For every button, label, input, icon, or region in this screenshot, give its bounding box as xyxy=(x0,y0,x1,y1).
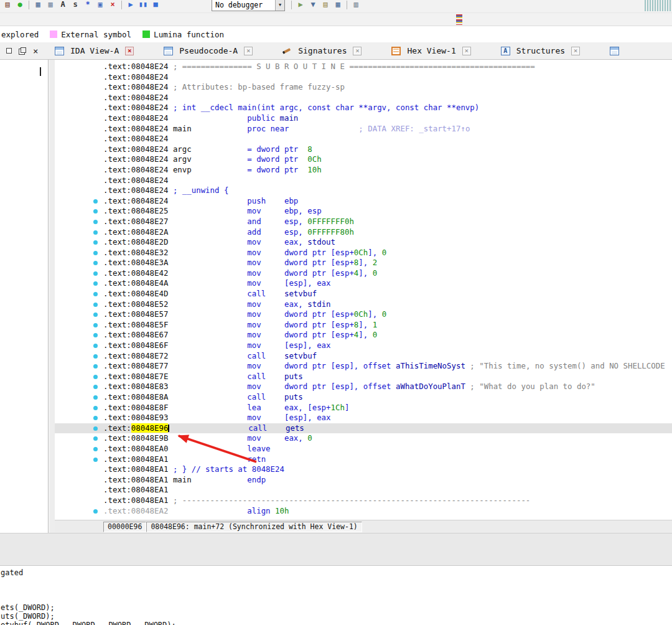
listing-line[interactable]: .text:08048E4A mov [esp], eax xyxy=(55,278,672,289)
listing-line[interactable]: .text:08048E27 and esp, 0FFFFFFF0h xyxy=(55,217,672,227)
restore-panel-icon[interactable] xyxy=(6,48,12,54)
listing-line[interactable]: .text:08048E25 mov ebp, esp xyxy=(55,206,672,217)
diagram-icon[interactable]: ▣ xyxy=(95,0,106,10)
listing-line[interactable]: .text:08048E24 xyxy=(55,93,672,103)
tab-structures[interactable]: AStructures× xyxy=(498,43,582,59)
listing-line[interactable]: .text:08048EA2 align 10h xyxy=(55,506,672,517)
bottom-splitter[interactable] xyxy=(0,533,672,565)
listing-line[interactable]: .text:08048E24 ; =============== S U B R… xyxy=(55,62,672,72)
listing-line[interactable]: .text:08048EA0 leave xyxy=(55,444,672,454)
listing-line[interactable]: .text:08048E2A add esp, 0FFFFFF80h xyxy=(55,227,672,238)
address-dot-icon xyxy=(93,406,98,410)
output-line xyxy=(0,594,672,603)
listing-text: argc xyxy=(173,144,247,154)
chevron-down-icon[interactable]: ▼ xyxy=(275,0,284,11)
listing-line[interactable]: .text:08048E24 ; int __cdecl main(int ar… xyxy=(55,103,672,113)
listing-line[interactable]: .text:08048E77 mov dword ptr [esp], offs… xyxy=(55,361,672,372)
listing-text: mov [esp], eax xyxy=(173,278,331,288)
listing-line[interactable]: .text:08048E24 envp = dword ptr 10h xyxy=(55,165,672,176)
tab-hex-view-1[interactable]: Hex View-1× xyxy=(389,43,473,59)
listing-line[interactable]: .text:08048E24 public main xyxy=(55,113,672,124)
disassembly-view[interactable]: .text:08048E24 ; =============== S U B R… xyxy=(55,60,672,533)
listing-line[interactable]: .text:08048E42 mov dword ptr [esp+4], 0 xyxy=(55,268,672,279)
legend-swatch xyxy=(142,31,150,38)
listing-line[interactable]: .text:08048EA1 retn xyxy=(55,454,672,465)
listing-line[interactable]: .text:08048E8F lea eax, [esp+1Ch] xyxy=(55,403,672,413)
modules-icon[interactable]: ▦ xyxy=(332,0,343,10)
listing-line[interactable]: .text:08048E24 main proc near ; DATA XRE… xyxy=(55,124,672,134)
signature-icon[interactable]: s xyxy=(70,0,81,10)
listing-line[interactable]: .text:08048E7E call puts xyxy=(55,372,672,382)
output-window[interactable]: gatedets(_DWORD);uts(_DWORD);etvbuf(_DWO… xyxy=(0,565,672,625)
listing-line[interactable]: .text:08048E96 call gets xyxy=(55,423,672,434)
library-icon[interactable]: ▥ xyxy=(350,0,362,10)
listing-line[interactable]: .text:08048EA1 main endp xyxy=(55,475,672,486)
listing-line[interactable]: .text:08048E6F mov [esp], eax xyxy=(55,341,672,351)
listing-line[interactable]: .text:08048E24 argc = dword ptr 8 xyxy=(55,144,672,155)
listing-line[interactable]: .text:08048E93 mov [esp], eax xyxy=(55,413,672,423)
address: .text:08048E93 xyxy=(103,413,173,422)
listing-line[interactable]: .text:08048E57 mov dword ptr [esp+0Ch], … xyxy=(55,309,672,320)
listing-line[interactable]: .text:08048E32 mov dword ptr [esp+0Ch], … xyxy=(55,248,672,258)
tab-close-icon[interactable]: × xyxy=(462,47,471,55)
tab-close-icon[interactable]: × xyxy=(571,47,580,55)
stop-process-icon[interactable]: ■ xyxy=(150,0,161,10)
listing-text: mov dword ptr [esp+ xyxy=(173,320,354,329)
listing-line[interactable]: .text:08048EA1 xyxy=(55,485,672,496)
listing-line[interactable]: .text:08048EA1 ; -----------------------… xyxy=(55,496,672,506)
script-icon[interactable]: ▤ xyxy=(2,0,13,10)
functions-panel[interactable] xyxy=(0,60,49,533)
listing-text: lea eax, [esp+ xyxy=(173,403,331,412)
pause-process-icon[interactable]: ▮▮ xyxy=(138,0,149,10)
listing-line[interactable]: .text:08048E24 push ebp xyxy=(55,196,672,207)
listing-line[interactable]: .text:08048E67 mov dword ptr [esp+4], 0 xyxy=(55,330,672,341)
listing-text: mov eax, xyxy=(173,237,307,247)
panel-splitter[interactable] xyxy=(49,60,55,533)
close-panel-icon[interactable]: × xyxy=(33,47,38,55)
listing-line[interactable]: .text:08048E4D call setvbuf xyxy=(55,289,672,299)
asterisk-icon[interactable]: * xyxy=(82,0,93,10)
listing-line[interactable]: .text:08048E52 mov eax, stdin xyxy=(55,299,672,310)
keyboard-icon[interactable]: ▦ xyxy=(45,0,56,10)
listing-line[interactable]: .text:08048E8A call puts xyxy=(55,392,672,403)
listing-line[interactable]: .text:08048E24 xyxy=(55,134,672,144)
tab-pseudocode-a[interactable]: Pseudocode-A× xyxy=(161,43,255,59)
enums-icon xyxy=(610,47,619,55)
listing-line[interactable]: .text:08048E24 xyxy=(55,72,672,83)
listing-line[interactable]: .text:08048E24 ; __unwind { xyxy=(55,186,672,196)
notes-icon[interactable]: ▤ xyxy=(320,0,331,10)
lumina-icon[interactable]: ● xyxy=(14,0,26,10)
listing-line[interactable]: .text:08048E9B mov eax, 0 xyxy=(55,433,672,444)
float-panel-icon[interactable] xyxy=(19,47,26,55)
debugger-selector[interactable]: No debugger ▼ xyxy=(212,0,285,11)
rename-icon[interactable]: A xyxy=(57,0,68,10)
address-dot-icon xyxy=(93,292,98,296)
tab-more[interactable] xyxy=(607,43,622,59)
address: .text:08048EA2 xyxy=(103,506,173,515)
tab-close-icon[interactable]: × xyxy=(353,47,362,55)
tab-close-icon[interactable]: × xyxy=(125,47,134,55)
listing-text: ; __unwind { xyxy=(173,186,229,195)
listing-line[interactable]: .text:08048E24 argv = dword ptr 0Ch xyxy=(55,154,672,165)
tab-ida-view-a[interactable]: IDA View-A× xyxy=(52,43,136,59)
address: .text:08048EA1 xyxy=(103,464,173,474)
delete-icon[interactable]: × xyxy=(107,0,118,10)
start-process-icon[interactable]: ▶ xyxy=(125,0,136,10)
listing-line[interactable]: .text:08048E83 mov dword ptr [esp], offs… xyxy=(55,382,672,392)
listing-line[interactable]: .text:08048E24 xyxy=(55,176,672,186)
listing-line[interactable]: .text:08048E5F mov dword ptr [esp+8], 1 xyxy=(55,320,672,331)
run-to-cursor-icon[interactable]: ▶ xyxy=(295,0,306,10)
listing-line[interactable]: .text:08048EA1 ; } // starts at 8048E24 xyxy=(55,464,672,475)
address-prefix: .text: xyxy=(103,423,131,433)
listing-line[interactable]: .text:08048E2D mov eax, stdout xyxy=(55,237,672,248)
step-into-icon[interactable]: ▼ xyxy=(307,0,319,10)
listing-text: 0 xyxy=(382,309,386,319)
listing-text: puts xyxy=(284,372,303,381)
tab-label: Hex View-1 xyxy=(407,46,455,55)
listing-line[interactable]: .text:08048E3A mov dword ptr [esp+8], 2 xyxy=(55,258,672,268)
tab-close-icon[interactable]: × xyxy=(244,47,253,55)
calculator-icon[interactable]: ▦ xyxy=(32,0,44,10)
tab-signatures[interactable]: Signatures× xyxy=(280,43,364,59)
listing-line[interactable]: .text:08048E72 call setvbuf xyxy=(55,351,672,362)
listing-line[interactable]: .text:08048E24 ; Attributes: bp-based fr… xyxy=(55,82,672,93)
